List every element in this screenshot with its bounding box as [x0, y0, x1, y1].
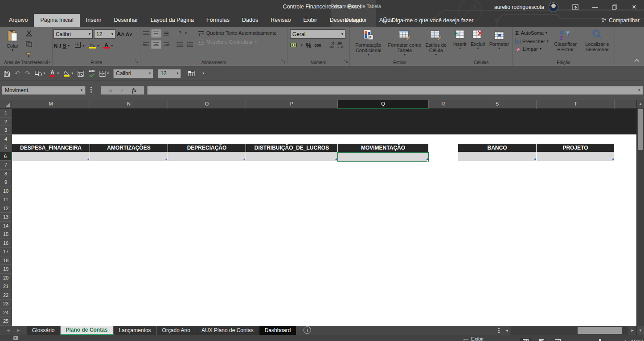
draw-shapes-icon[interactable]: ▾ [35, 70, 45, 77]
row-header-18[interactable]: 18 [0, 256, 12, 265]
cell-style-gallery-icon[interactable] [188, 70, 195, 77]
qat-font-color-dropdown-icon[interactable]: ▾ [57, 72, 59, 75]
fill-handle[interactable] [427, 160, 430, 162]
scroll-left-icon[interactable]: ◄ [503, 326, 511, 335]
collapse-ribbon-icon[interactable] [634, 56, 640, 64]
restore-button[interactable] [605, 0, 624, 14]
qat-more-commands-icon[interactable]: ▾ [202, 72, 204, 75]
row-header-4[interactable]: 4 [0, 135, 12, 144]
number-dialog-launcher-icon[interactable] [344, 57, 348, 65]
merge-center-button[interactable]: Mesclar e Centralizar ▾ [198, 39, 277, 45]
table-header-cell-despesa-financeira[interactable]: DESPESA_FINANCEIRA [12, 143, 90, 152]
ribbon-tab-desenhar[interactable]: Desenhar [107, 14, 144, 27]
table-header-cell-movimentacao[interactable]: MOVIMENTAÇÃO [338, 143, 429, 152]
qat-borders-icon[interactable]: ▾ [99, 70, 109, 77]
table-data-cell-T6[interactable] [537, 152, 615, 161]
column-header-R[interactable]: R [429, 100, 458, 109]
row-header-2[interactable]: 2 [0, 118, 12, 126]
borders-icon[interactable] [74, 41, 81, 50]
row-header-9[interactable]: 9 [0, 178, 12, 187]
expand-formula-bar-icon[interactable]: ▾ [638, 89, 640, 92]
save-icon[interactable] [4, 70, 10, 77]
delete-cells-button[interactable]: Excluir ▾ [469, 28, 487, 59]
fill-button[interactable]: Preencher ▾ [515, 39, 549, 44]
row-header-6[interactable]: 6 [0, 152, 12, 161]
table-data-cell-N6[interactable] [90, 152, 168, 161]
decrease-font-icon[interactable]: A˅ [126, 32, 132, 37]
row-header-3[interactable]: 3 [0, 126, 12, 135]
paste-button[interactable]: Colar ▾ [1, 28, 24, 59]
row-header-24[interactable]: 24 [0, 309, 12, 317]
bold-button[interactable]: N [53, 42, 57, 49]
confirm-entry-icon[interactable]: ✓ [120, 87, 124, 93]
zoom-in-icon[interactable]: + [624, 338, 628, 341]
format-cells-button[interactable]: Formatar ▾ [488, 28, 511, 59]
accounting-dropdown-icon[interactable]: ▾ [301, 44, 303, 47]
ribbon-tab-inserir[interactable]: Inserir [80, 14, 108, 27]
column-header-S[interactable]: S [458, 100, 537, 109]
cut-icon[interactable] [26, 30, 33, 38]
format-as-table-button[interactable]: Formatar como Tabela ▾ [386, 28, 423, 59]
sheet-tab-aux-plano-de-contas[interactable]: AUX Plano de Contas [196, 326, 259, 335]
row-header-12[interactable]: 12 [0, 204, 12, 213]
column-header-M[interactable]: M [12, 100, 90, 109]
table-header-cell-banco[interactable]: BANCO [458, 143, 537, 152]
increase-font-icon[interactable]: A˄ [117, 31, 124, 37]
scroll-down-icon[interactable]: ▼ [636, 326, 644, 335]
clipboard-dialog-launcher-icon[interactable] [47, 57, 51, 65]
underline-dropdown-icon[interactable]: ▾ [68, 44, 70, 48]
select-all-corner[interactable] [0, 100, 12, 109]
column-header-T[interactable]: T [537, 100, 615, 109]
ribbon-tab-arquivo[interactable]: Arquivo [3, 14, 34, 27]
qat-fill-color-icon[interactable] [63, 71, 70, 77]
page-layout-view-icon[interactable] [536, 338, 547, 341]
orientation-dropdown-icon[interactable]: ▾ [185, 32, 187, 35]
vertical-scrollbar[interactable]: ▲ [636, 100, 644, 326]
name-box[interactable]: Moviment.▾ [2, 86, 86, 95]
row-header-22[interactable]: 22 [0, 291, 12, 300]
column-header-Q[interactable]: Q [338, 100, 429, 109]
ribbon-tab-desenvolvedor[interactable]: Desenvolvedor [324, 14, 373, 27]
paste-dropdown-icon[interactable]: ▾ [12, 49, 13, 52]
new-sheet-icon[interactable]: + [304, 326, 311, 334]
font-dialog-launcher-icon[interactable] [135, 57, 139, 65]
display-settings-button[interactable]: Exibir Configurações [464, 336, 508, 341]
fill-color-icon[interactable] [89, 43, 96, 49]
previous-sheet-icon[interactable]: ◄ [6, 328, 10, 333]
row-header-15[interactable]: 15 [0, 230, 12, 239]
copy-icon[interactable] [26, 41, 33, 49]
scrollbar-splitter-handle[interactable] [498, 328, 500, 333]
formula-bar-input[interactable]: ▾ [147, 86, 643, 95]
sheet-tab-dashboard[interactable]: Dashboard [259, 326, 297, 335]
macro-record-icon[interactable] [13, 336, 18, 340]
conditional-formatting-button[interactable]: ≠ Formatação Condicional ▾ [351, 28, 386, 59]
row-header-8[interactable]: 8 [0, 170, 12, 179]
row-header-14[interactable]: 14 [0, 222, 12, 231]
minimize-button[interactable]: — [585, 0, 605, 14]
row-header-1[interactable]: 1 [0, 109, 12, 118]
ribbon-display-options-icon[interactable] [566, 0, 585, 14]
column-header-P[interactable]: P [246, 100, 338, 109]
font-color-dropdown-icon[interactable]: ▾ [111, 44, 113, 48]
zoom-out-icon[interactable]: − [572, 338, 576, 341]
table-header-cell-amortizacoes[interactable]: AMORTIZAÇÕES [90, 143, 168, 152]
table-data-cell-O6[interactable] [168, 152, 246, 161]
share-button[interactable]: Compartilhar [600, 14, 640, 27]
underline-button[interactable]: S [62, 42, 66, 49]
grid-body[interactable]: DESPESA_FINANCEIRAAMORTIZAÇÕESDEPRECIAÇÃ… [12, 109, 636, 326]
sheet-tab-glossario[interactable]: Glossário [27, 326, 61, 335]
next-sheet-icon[interactable]: ► [16, 328, 21, 333]
ribbon-tab-pagina-inicial[interactable]: Página Inicial [34, 14, 79, 27]
fill-color-dropdown-icon[interactable]: ▾ [97, 44, 99, 48]
normal-view-icon[interactable] [520, 338, 531, 341]
table-header-cell-distribuicao-de-lucros[interactable]: DISTRIBUIÇÃO_DE_LUCROS [246, 143, 338, 152]
number-format-combo[interactable]: Geral▾ [290, 29, 345, 39]
table-data-cell-M6[interactable] [12, 152, 90, 161]
autosum-button[interactable]: Σ AutoSoma ▾ [515, 29, 549, 37]
ribbon-tab-revisao[interactable]: Revisão [264, 14, 297, 27]
column-header-partial[interactable] [615, 100, 636, 109]
align-left-icon[interactable] [141, 41, 151, 49]
sheet-tab-lancamentos[interactable]: Lançamentos [114, 326, 157, 335]
sheet-tab-orcado-ano[interactable]: Orçado Ano [157, 326, 196, 335]
row-header-21[interactable]: 21 [0, 282, 12, 291]
